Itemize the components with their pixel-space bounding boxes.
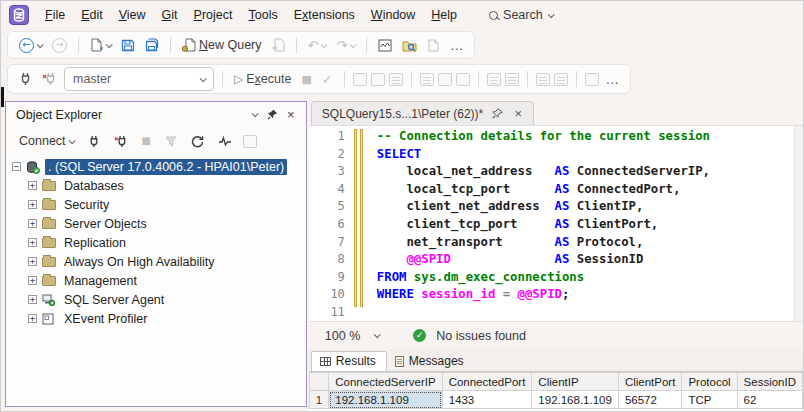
find-in-files-button[interactable]	[399, 37, 420, 54]
change-connection-button[interactable]	[39, 70, 60, 88]
menu-help[interactable]: Help	[423, 5, 465, 25]
oe-connect-server-button[interactable]	[85, 133, 103, 150]
panel-options-button[interactable]	[246, 106, 264, 124]
tree-item-server-root[interactable]: −. (SQL Server 17.0.4006.2 - HPAI01\Pete…	[6, 157, 306, 176]
search-control[interactable]: Search	[481, 5, 561, 25]
tree-expander[interactable]: +	[28, 295, 37, 304]
new-file-button[interactable]	[87, 36, 114, 54]
client-statistics-icon[interactable]	[389, 73, 403, 86]
close-panel-button[interactable]: ×	[282, 106, 300, 124]
comment-selection-icon[interactable]	[487, 73, 501, 86]
live-query-stats-icon[interactable]	[371, 73, 385, 86]
grid-cell[interactable]: 56572	[618, 391, 682, 409]
tree-item-management[interactable]: +Management	[6, 271, 306, 290]
navigate-back-button[interactable]: ←	[16, 36, 45, 55]
estimated-plan-icon[interactable]	[353, 73, 367, 86]
grid-cell[interactable]: 1433	[442, 391, 532, 409]
grid-cell[interactable]: 192.168.1.109	[329, 391, 442, 409]
menu-edit[interactable]: Edit	[73, 5, 111, 25]
tree-item-always-on-high-availability[interactable]: +Always On High Availability	[6, 252, 306, 271]
results-to-text-icon[interactable]	[420, 73, 434, 86]
column-header-clientip[interactable]: ClientIP	[532, 373, 619, 391]
column-header-connectedport[interactable]: ConnectedPort	[442, 373, 532, 391]
object-explorer-tree[interactable]: −. (SQL Server 17.0.4006.2 - HPAI01\Pete…	[6, 155, 306, 406]
separator	[478, 71, 479, 87]
oe-disconnect-button[interactable]	[111, 133, 131, 150]
menu-tools[interactable]: Tools	[241, 5, 286, 25]
new-query-button[interactable]: New Query	[179, 36, 265, 54]
open-query-button[interactable]	[269, 36, 288, 54]
grid-cell[interactable]: 192.168.1.109	[532, 391, 619, 409]
column-header-sessionid[interactable]: SessionID	[737, 373, 802, 391]
tree-item-server-objects[interactable]: +Server Objects	[6, 214, 306, 233]
menu-git[interactable]: Git	[154, 5, 186, 25]
results-to-grid-icon[interactable]	[438, 73, 452, 86]
navigate-forward-button[interactable]: →	[49, 36, 70, 55]
sqlcmd-mode-icon[interactable]	[585, 73, 599, 86]
oe-activity-monitor-button[interactable]	[215, 134, 235, 149]
server-icon	[26, 161, 40, 173]
tree-item-sql-server-agent[interactable]: +SQL Server Agent	[6, 290, 306, 309]
grid-cell[interactable]: TCP	[682, 391, 737, 409]
execute-button[interactable]: ▷ Execute	[231, 70, 294, 88]
tree-expander[interactable]: +	[28, 276, 37, 285]
grid-cell[interactable]: 62	[737, 391, 802, 409]
oe-connect-button[interactable]: Connect	[16, 132, 77, 150]
tree-expander[interactable]: +	[28, 200, 37, 209]
pin-panel-button[interactable]	[264, 106, 282, 124]
column-header-clientport[interactable]: ClientPort	[618, 373, 682, 391]
menu-window[interactable]: Window	[363, 5, 423, 25]
increase-indent-icon[interactable]	[554, 73, 568, 86]
activity-monitor-button[interactable]	[375, 37, 395, 54]
tree-item-xevent-profiler[interactable]: +XEvent Profiler	[6, 309, 306, 328]
zoom-selector[interactable]: 100 %	[319, 327, 385, 345]
parse-button[interactable]: ✓	[319, 71, 336, 88]
uncomment-selection-icon[interactable]	[505, 73, 519, 86]
results-tab-results[interactable]: Results	[311, 351, 387, 371]
row-number-cell[interactable]: 1	[309, 391, 328, 409]
toolbar-overflow-button[interactable]: …	[447, 37, 466, 54]
tree-expander[interactable]: −	[12, 162, 21, 171]
decrease-indent-icon[interactable]	[536, 73, 550, 86]
oe-disabled-tool-icon[interactable]	[243, 135, 257, 148]
save-all-button[interactable]	[142, 36, 162, 54]
redo-button[interactable]: ↷	[333, 37, 358, 54]
editor-scrollbar[interactable]	[794, 126, 803, 321]
tree-item-replication[interactable]: +Replication	[6, 233, 306, 252]
code-editor[interactable]: 1234567891011 -- Connection details for …	[309, 125, 803, 321]
oe-stop-button[interactable]: ■	[139, 134, 154, 148]
tree-item-label: SQL Server Agent	[61, 292, 167, 308]
oe-filter-button[interactable]	[162, 134, 180, 149]
results-tab-messages[interactable]: Messages	[387, 352, 474, 371]
undo-button[interactable]: ↶	[305, 37, 330, 54]
column-header-protocol[interactable]: Protocol	[682, 373, 737, 391]
oe-refresh-button[interactable]	[188, 133, 207, 150]
connect-label: Connect	[19, 134, 66, 148]
database-selector[interactable]: master	[64, 67, 214, 91]
redo-icon: ↷	[336, 39, 347, 52]
tree-expander[interactable]: +	[28, 257, 37, 266]
close-tab-button[interactable]: ×	[511, 107, 525, 121]
tree-item-label: . (SQL Server 17.0.4006.2 - HPAI01\Peter…	[45, 159, 287, 175]
tree-expander[interactable]: +	[28, 181, 37, 190]
code-window-button[interactable]	[424, 37, 443, 54]
tree-item-security[interactable]: +Security	[6, 195, 306, 214]
grid-corner-cell[interactable]	[309, 373, 328, 391]
tree-expander[interactable]: +	[28, 219, 37, 228]
query-toolbar-overflow-button[interactable]: …	[603, 71, 622, 88]
pin-tab-button[interactable]	[490, 107, 504, 121]
tree-item-databases[interactable]: +Databases	[6, 176, 306, 195]
menu-view[interactable]: View	[111, 5, 154, 25]
save-button[interactable]	[118, 36, 138, 54]
results-to-file-icon[interactable]	[456, 73, 470, 86]
menu-items: FileEditViewGitProjectToolsExtensionsWin…	[37, 5, 465, 25]
connect-button[interactable]	[16, 70, 35, 88]
query-tab[interactable]: SQLQuery15.s...1\Peter (62))* ×	[311, 101, 534, 125]
column-header-connectedserverip[interactable]: ConnectedServerIP	[329, 373, 442, 391]
tree-expander[interactable]: +	[28, 238, 37, 247]
cancel-query-button[interactable]: ■	[298, 72, 314, 87]
menu-project[interactable]: Project	[186, 5, 241, 25]
menu-extensions[interactable]: Extensions	[286, 5, 363, 25]
menu-file[interactable]: File	[37, 5, 73, 25]
tree-expander[interactable]: +	[28, 314, 37, 323]
